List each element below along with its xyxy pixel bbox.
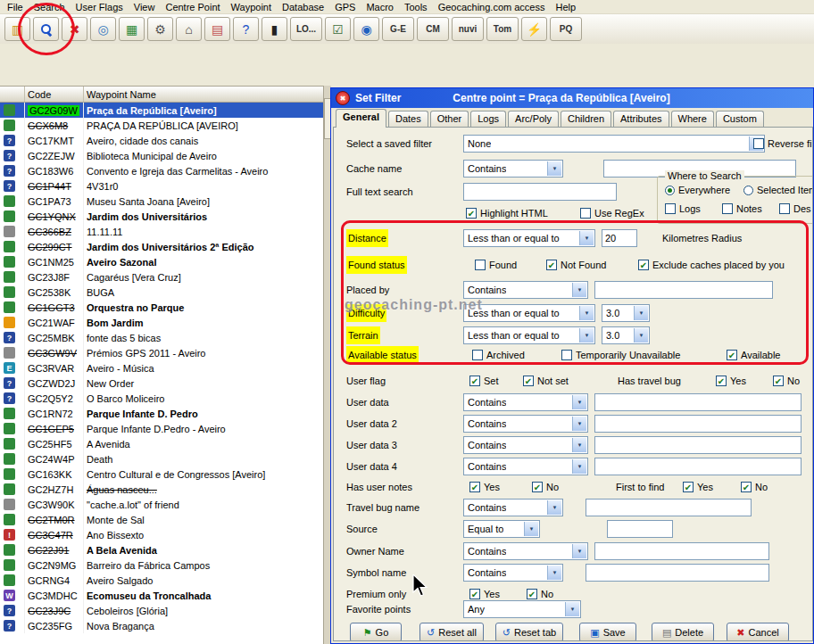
tab-dates[interactable]: Dates — [388, 111, 428, 128]
list-row[interactable]: GC3GW9VPrémios GPS 2011 - Aveiro — [0, 345, 323, 360]
menu-macro[interactable]: Macro — [361, 2, 399, 12]
has-travel-bug-no-checkbox[interactable]: No — [773, 372, 800, 390]
delete-waypoint-button[interactable]: ✖ — [62, 17, 87, 41]
menu-view[interactable]: View — [129, 2, 161, 12]
menu-gps[interactable]: GPS — [329, 2, 361, 12]
reset-tab-button[interactable]: ↺Reset tab — [495, 623, 563, 641]
menu-tools[interactable]: Tools — [399, 2, 433, 12]
temporarily-unavailable-checkbox[interactable]: Temporarily Unavailable — [561, 346, 680, 364]
favorite-points-select[interactable]: Any ▼ — [463, 600, 581, 618]
user-data-2-op-select[interactable]: Contains ▼ — [463, 415, 588, 433]
highlight-html-checkbox[interactable]: Highlight HTML — [466, 204, 548, 222]
ge-button[interactable]: G-E — [382, 17, 414, 41]
list-row[interactable]: GC1YQNXJardim dos Universitários — [0, 209, 323, 224]
travel-bug-name-op-select[interactable]: Contains ▼ — [463, 499, 563, 516]
saved-filter-select[interactable]: None ▼ — [463, 135, 765, 153]
user-data-3-input[interactable] — [594, 436, 802, 454]
logs-checkbox[interactable]: Logs — [665, 203, 701, 214]
menu-search[interactable]: Search — [29, 2, 71, 12]
placed-by-input[interactable] — [594, 281, 773, 299]
menu-database[interactable]: Database — [277, 2, 329, 12]
edit-waypoint-button[interactable]: ☑ — [325, 17, 351, 41]
menu-centre-point[interactable]: Centre Point — [160, 2, 225, 12]
archived-checkbox[interactable]: Archived — [472, 346, 525, 364]
menu-waypoint[interactable]: Waypoint — [226, 2, 277, 12]
list-row[interactable]: GC23J8FCagaréus [Vera Cruz] — [0, 269, 323, 285]
menu-geocaching-com-access[interactable]: Geocaching.com access — [433, 2, 551, 12]
tab-other[interactable]: Other — [430, 111, 469, 128]
list-row[interactable]: !GC3C47RAno Bissexto — [0, 527, 323, 542]
list-row[interactable]: WGC3MDHCEcomuseu da Troncalhada — [0, 588, 323, 603]
user-data-3-op-select[interactable]: Contains ▼ — [463, 436, 588, 454]
user-flag-set-checkbox[interactable]: Set — [469, 372, 499, 390]
menu-user-flags[interactable]: User Flags — [71, 2, 129, 12]
exclude-placed-checkbox[interactable]: Exclude caches placed by you — [638, 256, 785, 274]
list-row[interactable]: ?GC25MBKfonte das 5 bicas — [0, 330, 323, 345]
owner-name-input[interactable] — [594, 542, 769, 560]
list-row[interactable]: GC299CTJardim dos Universitários 2ª Ediç… — [0, 239, 323, 254]
list-row[interactable]: GC21WAFBom Jardim — [0, 315, 323, 330]
placed-by-op-select[interactable]: Contains ▼ — [463, 281, 588, 299]
tom-button[interactable]: Tom — [486, 17, 519, 41]
pq-button[interactable]: PQ — [550, 17, 582, 41]
first-to-find-no-checkbox[interactable]: No — [741, 478, 768, 496]
tab-general[interactable]: General — [336, 109, 386, 128]
list-row[interactable]: ?GC235FGNova Bragança — [0, 618, 323, 633]
gps-transfer-button[interactable]: ◎ — [90, 17, 116, 41]
list-row[interactable]: GC24W4PDeath — [0, 451, 323, 466]
list-row[interactable]: GC163KKCentro Cultural e de Congressos [… — [0, 466, 323, 482]
list-row[interactable]: ?GC1P44T4V31r0 — [0, 178, 323, 194]
user-data-input[interactable] — [594, 393, 802, 411]
reverse-filter-checkbox[interactable]: Reverse filter — [753, 135, 813, 153]
list-row[interactable]: GC3W90K"cache.a.lot" of friend — [0, 497, 323, 512]
list-row[interactable]: GC1PA73Museu Santa Joana [Aveiro] — [0, 194, 323, 209]
everywhere-radio[interactable]: Everywhere — [665, 185, 730, 195]
description-checkbox[interactable]: Des — [779, 203, 811, 214]
list-row[interactable]: GC2G09WPraça da República [Aveiro] — [0, 103, 323, 118]
found-checkbox[interactable]: Found — [475, 256, 517, 274]
list-row[interactable]: GC22J91A Bela Avenida — [0, 542, 323, 557]
first-to-find-yes-checkbox[interactable]: Yes — [683, 478, 713, 496]
symbol-name-input[interactable] — [586, 564, 769, 582]
list-row[interactable]: ?GC2ZEJWBiblioteca Municipal de Aveiro — [0, 148, 323, 163]
user-data-op-select[interactable]: Contains ▼ — [463, 393, 588, 411]
has-travel-bug-yes-checkbox[interactable]: Yes — [716, 372, 746, 390]
close-icon[interactable]: ✖ — [336, 91, 350, 105]
terrain-value-select[interactable]: 3.0 ▼ — [602, 326, 650, 344]
tab-children[interactable]: Children — [561, 111, 611, 128]
split-screen-button[interactable]: ▦ — [119, 17, 145, 41]
list-row[interactable]: ?GC23J9CCeboleiros [Glória] — [0, 603, 323, 618]
gps-device-button[interactable]: ▮ — [262, 17, 287, 41]
icon-column-header[interactable] — [0, 87, 25, 102]
terrain-op-select[interactable]: Less than or equal to ▼ — [463, 326, 595, 344]
travel-bug-name-input[interactable] — [586, 499, 752, 516]
reset-all-button[interactable]: ↺Reset all — [419, 623, 484, 641]
symbol-name-op-select[interactable]: Contains ▼ — [463, 564, 563, 582]
list-row[interactable]: ?GC183W6Convento e Igreja das Carmelitas… — [0, 163, 323, 178]
source-op-select[interactable]: Equal to ▼ — [463, 520, 540, 538]
delete-button[interactable]: ▤Delete — [652, 623, 714, 641]
list-row[interactable]: GC1NM25Aveiro Sazonal — [0, 254, 323, 269]
help-button[interactable]: ? — [233, 17, 259, 41]
list-row[interactable]: ?GC17KMTAveiro, cidade dos canais — [0, 133, 323, 148]
save-button[interactable]: ▣Save — [579, 623, 636, 641]
owner-name-op-select[interactable]: Contains ▼ — [463, 542, 588, 560]
list-row[interactable]: GC25HF5A Avenida — [0, 436, 323, 451]
list-row[interactable]: ?GC2Q5Y2O Barco Moliceiro — [0, 391, 323, 406]
cm-button[interactable]: CM — [417, 17, 449, 41]
list-row[interactable]: GC1RN72Parque Infante D. Pedro — [0, 406, 323, 421]
centre-point-button[interactable]: ⌂ — [176, 17, 202, 41]
menu-help[interactable]: Help — [550, 2, 581, 12]
tab-where[interactable]: Where — [671, 111, 714, 128]
list-row[interactable]: GCX6M8PRAÇA DA REPÚBLICA [AVEIRO] — [0, 118, 323, 133]
not-found-checkbox[interactable]: Not Found — [546, 256, 606, 274]
list-row[interactable]: GC1GGT3Orquestra no Parque — [0, 300, 323, 315]
notes-checkbox[interactable]: Notes — [722, 203, 762, 214]
full-text-input[interactable] — [463, 183, 617, 201]
source-input[interactable] — [607, 520, 673, 538]
loc-button[interactable]: LO... — [290, 17, 322, 41]
available-checkbox[interactable]: Available — [727, 346, 780, 364]
menu-file[interactable]: File — [2, 2, 29, 12]
list-row[interactable]: ?GCZWD2JNew Order — [0, 376, 323, 391]
list-row[interactable]: GC366BZ11.11.11 — [0, 224, 323, 239]
